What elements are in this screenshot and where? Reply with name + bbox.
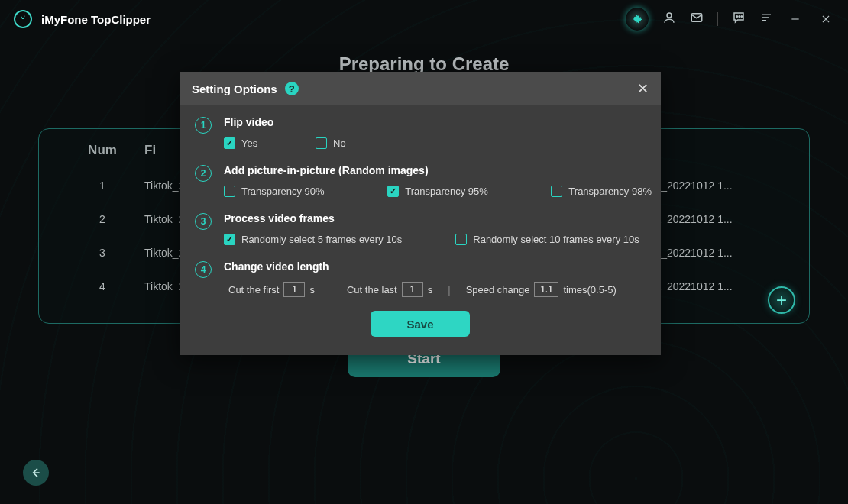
section-title: Change video length: [224, 260, 646, 273]
option-label: Yes: [241, 137, 257, 149]
scissors-icon: [18, 15, 28, 24]
checkbox-icon: [551, 186, 562, 197]
minimize-button[interactable]: [787, 11, 804, 28]
checkbox-icon: [224, 137, 235, 149]
step-number-2: 2: [195, 165, 212, 182]
section-pip: 2 Add picture-in-picture (Random images)…: [195, 164, 646, 206]
option-label: Transparency 98%: [568, 186, 652, 197]
col-header-num: Num: [60, 143, 144, 158]
section-title: Add picture-in-picture (Random images): [224, 164, 652, 176]
user-icon[interactable]: [662, 11, 676, 28]
option-label: Randomly select 10 frames every 10s: [473, 234, 639, 245]
checkbox-icon: [224, 186, 235, 197]
cut-last-unit: s: [428, 284, 433, 296]
arrow-left-icon: [30, 467, 42, 479]
option-label: Transparency 95%: [405, 186, 488, 197]
step-number-4: 4: [195, 261, 212, 278]
length-controls: Cut the first s Cut the last s | Speed c…: [228, 282, 646, 297]
app-logo: [14, 10, 32, 28]
cut-first-unit: s: [309, 284, 315, 296]
modal-close-button[interactable]: ✕: [637, 80, 649, 97]
cut-last-label: Cut the last: [347, 284, 397, 296]
step-number-3: 3: [195, 213, 212, 230]
option-transparency-98[interactable]: Transparency 98%: [551, 186, 652, 197]
title-actions: [626, 8, 834, 31]
section-title: Flip video: [224, 116, 646, 128]
cell-num: 2: [60, 213, 144, 225]
option-label: Transparency 90%: [241, 186, 325, 197]
option-label: No: [333, 137, 346, 149]
option-transparency-90[interactable]: Transparency 90%: [224, 186, 325, 197]
cell-num: 1: [60, 179, 144, 192]
menu-icon[interactable]: [759, 11, 773, 28]
feedback-icon[interactable]: [732, 11, 746, 28]
back-button[interactable]: [23, 460, 49, 486]
section-title: Process video frames: [224, 212, 646, 225]
cell-num: 3: [60, 247, 144, 259]
option-transparency-95[interactable]: Transparency 95%: [387, 186, 488, 197]
titlebar: iMyFone TopClipper: [0, 0, 848, 38]
section-frames: 3 Process video frames Randomly select 5…: [195, 212, 646, 254]
cut-last-input[interactable]: [402, 282, 423, 297]
svg-point-0: [667, 13, 672, 18]
add-file-button[interactable]: +: [768, 286, 795, 314]
cut-first-input[interactable]: [283, 282, 305, 297]
modal-header: Setting Options ? ✕: [180, 72, 661, 105]
option-frames-5[interactable]: Randomly select 5 frames every 10s: [224, 234, 402, 245]
checkbox-icon: [455, 234, 467, 245]
option-flip-no[interactable]: No: [316, 137, 346, 149]
checkbox-icon: [316, 137, 327, 149]
mail-icon[interactable]: [690, 11, 704, 28]
speed-input[interactable]: [534, 282, 558, 297]
checkbox-icon: [387, 186, 399, 197]
settings-modal: Setting Options ? ✕ 1 Flip video Yes No: [180, 72, 661, 355]
save-button[interactable]: Save: [371, 311, 470, 337]
modal-title: Setting Options: [192, 82, 277, 95]
settings-icon[interactable]: [626, 8, 649, 31]
cut-first-label: Cut the first: [228, 284, 279, 296]
section-length: 4 Change video length Cut the first s Cu…: [195, 260, 646, 297]
section-flip: 1 Flip video Yes No: [195, 116, 646, 158]
close-button[interactable]: [817, 11, 834, 28]
titlebar-separator: [717, 12, 718, 26]
option-label: Randomly select 5 frames every 10s: [241, 234, 402, 245]
cell-num: 4: [60, 280, 144, 292]
checkbox-icon: [224, 234, 235, 245]
modal-body: 1 Flip video Yes No 2 Add pic: [180, 105, 661, 355]
svg-point-4: [741, 15, 743, 17]
svg-point-3: [739, 15, 740, 17]
option-frames-10[interactable]: Randomly select 10 frames every 10s: [455, 234, 639, 245]
speed-label: Speed change: [466, 284, 530, 296]
speed-suffix: times(0.5-5): [563, 284, 616, 296]
option-flip-yes[interactable]: Yes: [224, 137, 316, 149]
step-number-1: 1: [195, 117, 212, 134]
length-separator: |: [448, 284, 450, 296]
help-icon[interactable]: ?: [285, 82, 299, 95]
svg-point-2: [736, 15, 738, 17]
app-title: iMyFone TopClipper: [41, 13, 151, 26]
